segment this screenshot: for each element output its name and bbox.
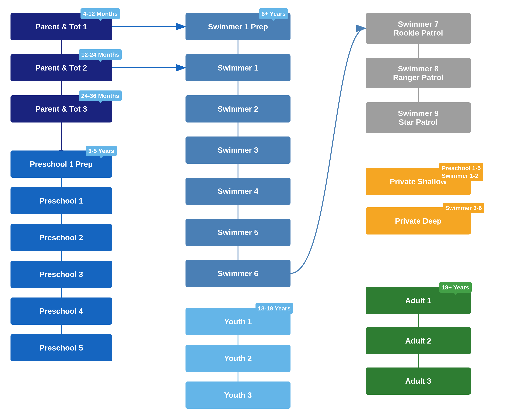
swimmer_3-node: Swimmer 3 [186, 137, 291, 164]
preschool_3-node: Preschool 3 [10, 261, 112, 288]
preschool_2-node: Preschool 2 [10, 224, 112, 251]
preschool_5-node: Preschool 5 [10, 334, 112, 361]
swimmer_2-node: Swimmer 2 [186, 95, 291, 122]
b7-bubble: Preschool 1-5 Swimmer 1-2 [439, 163, 483, 181]
swimmer_7-node: Swimmer 7 Rookie Patrol [366, 13, 471, 44]
adult_3-node: Adult 3 [366, 367, 471, 395]
youth_3-node: Youth 3 [186, 382, 291, 409]
b9-bubble: 18+ Years [439, 282, 472, 293]
swimmer_4-node: Swimmer 4 [186, 178, 291, 205]
b2-bubble: 12-24 Months [79, 49, 122, 60]
b5-bubble: 6+ Years [259, 8, 288, 19]
swimmer_5-node: Swimmer 5 [186, 219, 291, 246]
b3-bubble: 24-36 Months [79, 91, 122, 101]
swimmer_1-node: Swimmer 1 [186, 54, 291, 81]
swimmer_9-node: Swimmer 9 Star Patrol [366, 102, 471, 133]
b4-bubble: 3-5 Years [86, 146, 117, 156]
preschool_4-node: Preschool 4 [10, 298, 112, 325]
b6-bubble: 13-18 Years [255, 303, 293, 314]
youth_2-node: Youth 2 [186, 345, 291, 372]
adult_2-node: Adult 2 [366, 327, 471, 354]
b1-bubble: 4-12 Months [81, 8, 120, 19]
swimmer_6-node: Swimmer 6 [186, 260, 291, 287]
preschool_1-node: Preschool 1 [10, 187, 112, 214]
swimmer_8-node: Swimmer 8 Ranger Patrol [366, 58, 471, 88]
b8-bubble: Swimmer 3-6 [443, 203, 484, 213]
